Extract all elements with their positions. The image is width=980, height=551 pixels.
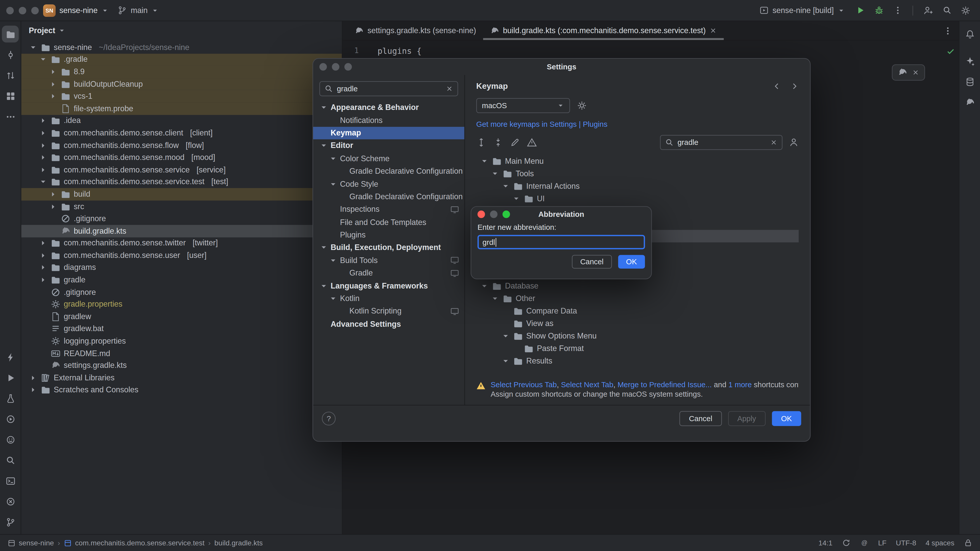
project-tree-row[interactable]: buildOutputCleanup <box>21 78 342 90</box>
toolwindow-commit-button[interactable] <box>2 46 19 63</box>
chevron-down-icon[interactable] <box>501 182 510 191</box>
editor-tab[interactable]: settings.gradle.kts (sense-nine) <box>348 21 483 40</box>
project-tree-row[interactable]: logging.properties <box>21 335 342 347</box>
settings-apply-button[interactable]: Apply <box>728 411 765 426</box>
toolwindow-more-tools-button[interactable] <box>2 108 19 125</box>
keymap-tree-row[interactable]: Database <box>476 280 799 292</box>
project-tree-row[interactable]: com.mechanitis.demo.sense.client[client] <box>21 127 342 139</box>
chevron-down-icon[interactable] <box>329 294 337 303</box>
project-tree-row[interactable]: sense-nine~/IdeaProjects/sense-nine <box>21 41 342 54</box>
settings-nav-item[interactable]: File and Code Templates <box>313 216 465 229</box>
editor-tab[interactable]: build.gradle.kts (:com.mechanitis.demo.s… <box>483 21 724 40</box>
chevron-down-icon[interactable] <box>329 179 337 188</box>
toolwindow-assistant-button[interactable] <box>2 431 19 448</box>
settings-nav-item[interactable]: Notifications <box>313 114 465 127</box>
settings-nav-item[interactable]: Appearance & Behavior <box>313 101 465 114</box>
toolwindow-profiler-button[interactable] <box>2 349 19 365</box>
dialog-zoom-button[interactable] <box>344 63 352 70</box>
toolwindow-ai-assistant-button[interactable] <box>961 52 978 69</box>
settings-nav-item[interactable]: Editor <box>313 140 465 152</box>
close-tab-icon[interactable] <box>710 27 717 34</box>
chevron-down-icon[interactable] <box>319 282 328 290</box>
project-tree-row[interactable]: settings.gradle.kts <box>21 359 342 372</box>
chevron-right-icon[interactable] <box>39 239 48 248</box>
toolwindow-search-everywhere-button[interactable] <box>2 452 19 468</box>
settings-nav-item[interactable]: Languages & Frameworks <box>313 279 465 292</box>
toolwindow-tests-button[interactable] <box>2 390 19 407</box>
chevron-right-icon[interactable] <box>29 373 38 382</box>
expand-all-icon[interactable] <box>476 138 486 148</box>
conflict-link[interactable]: 1 more <box>729 380 752 389</box>
project-tree-row[interactable]: .gitignore <box>21 286 342 298</box>
toolwindow-database-button[interactable] <box>961 73 978 90</box>
edit-icon[interactable] <box>510 138 520 148</box>
chevron-down-icon[interactable] <box>319 103 328 112</box>
project-tree-row[interactable]: gradle.properties <box>21 298 342 310</box>
settings-cancel-button[interactable]: Cancel <box>679 411 722 426</box>
project-tree-row[interactable]: vcs-1 <box>21 90 342 103</box>
keymap-tree-row[interactable]: Compare Data <box>476 305 799 318</box>
keymap-tree-row[interactable]: Internal Actions <box>476 180 799 192</box>
toolwindow-services-button[interactable] <box>2 410 19 427</box>
dialog-close-button[interactable] <box>319 63 327 70</box>
chevron-down-icon[interactable] <box>501 332 510 340</box>
run-button[interactable] <box>852 2 868 19</box>
chevron-down-icon[interactable] <box>490 169 499 178</box>
at-status-icon[interactable]: @ <box>860 538 869 547</box>
conflicts-icon[interactable] <box>527 138 537 148</box>
back-icon[interactable] <box>773 82 781 90</box>
chevron-right-icon[interactable] <box>39 275 48 284</box>
project-tree-row[interactable]: .idea <box>21 115 342 127</box>
settings-search-input[interactable]: gradle <box>319 81 458 96</box>
toolwindow-terminal-button[interactable] <box>2 472 19 489</box>
keymap-options-icon[interactable] <box>577 100 587 110</box>
window-zoom-button[interactable] <box>31 6 38 14</box>
settings-nav-item[interactable]: Keymap <box>313 127 465 140</box>
project-tree-row[interactable]: .gradle <box>21 54 342 66</box>
forward-icon[interactable] <box>790 82 799 90</box>
dialog-zoom-button[interactable] <box>503 210 510 218</box>
chevron-right-icon[interactable] <box>49 92 57 100</box>
settings-nav-item[interactable]: Kotlin Scripting <box>313 305 465 318</box>
settings-nav-item[interactable]: Code Style <box>313 178 465 190</box>
chevron-right-icon[interactable] <box>39 165 48 174</box>
settings-button[interactable] <box>958 2 974 19</box>
keymap-tree-row[interactable]: View as <box>476 318 799 330</box>
keymap-tree-row[interactable]: Main Menu <box>476 155 799 167</box>
get-more-keymaps-link[interactable]: Get more keymaps in Settings | Plugins <box>476 120 799 129</box>
settings-nav-item[interactable]: Inspections <box>313 203 465 216</box>
conflict-link[interactable]: Select Previous Tab <box>490 380 557 389</box>
toolwindow-problems-button[interactable] <box>2 493 19 510</box>
settings-nav-item[interactable]: Color Scheme <box>313 152 465 165</box>
keymap-tree-row[interactable]: Other <box>476 292 799 305</box>
chevron-right-icon[interactable] <box>39 153 48 162</box>
toolwindow-gradle-tool-button[interactable] <box>961 94 978 110</box>
chevron-down-icon[interactable] <box>501 357 510 365</box>
chevron-right-icon[interactable] <box>39 251 48 260</box>
find-by-shortcut-icon[interactable] <box>789 138 799 148</box>
gradle-sync-widget[interactable] <box>892 64 925 81</box>
settings-nav-item[interactable]: Build Tools <box>313 254 465 267</box>
toolwindow-version-control-button[interactable] <box>2 513 19 530</box>
project-tree-row[interactable]: src <box>21 200 342 213</box>
settings-nav-item[interactable]: Kotlin <box>313 292 465 305</box>
toolwindow-structure-button[interactable] <box>2 87 19 104</box>
search-everywhere-button[interactable] <box>939 2 955 19</box>
help-button[interactable]: ? <box>322 412 336 426</box>
chevron-down-icon[interactable] <box>39 178 48 186</box>
keymap-tree-row[interactable]: Show Options Menu <box>476 330 799 342</box>
settings-nav-item[interactable]: Build, Execution, Deployment <box>313 241 465 254</box>
more-actions-button[interactable] <box>889 2 906 19</box>
chevron-down-icon[interactable] <box>319 243 328 252</box>
breadcrumb-item[interactable]: sense-nine <box>7 539 54 547</box>
project-tree-row[interactable]: com.mechanitis.demo.sense.twitter[twitte… <box>21 237 342 249</box>
close-icon[interactable] <box>912 68 919 76</box>
settings-nav-item[interactable]: Gradle Declarative Configuration <box>313 165 465 178</box>
toolwindow-notifications-button[interactable] <box>961 25 978 42</box>
window-minimize-button[interactable] <box>19 6 26 14</box>
settings-nav-item[interactable]: Gradle Declarative Configuration <box>313 190 465 203</box>
toolwindow-pull-requests-button[interactable] <box>2 67 19 84</box>
toolwindow-project-button[interactable] <box>2 25 19 42</box>
project-tree-row[interactable]: Scratches and Consoles <box>21 384 342 396</box>
debug-button[interactable] <box>870 2 887 19</box>
